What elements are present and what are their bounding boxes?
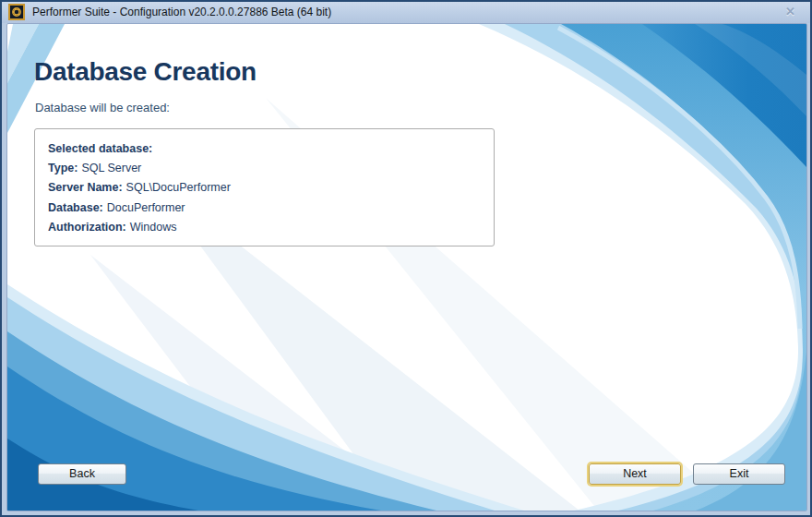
wizard-window: Performer Suite - Configuration v20.2.0.…	[0, 0, 812, 517]
summary-row-server-name: Server Name:SQL\DocuPerformer	[48, 178, 481, 198]
summary-row-authorization: Authorization:Windows	[48, 218, 481, 237]
intro-text: Database will be created:	[35, 101, 170, 114]
page-title: Database Creation	[34, 57, 257, 87]
summary-heading: Selected database:	[48, 139, 481, 159]
field-value: DocuPerformer	[107, 201, 185, 214]
field-value: SQL Server	[81, 162, 141, 174]
app-logo-icon	[8, 4, 25, 20]
exit-button[interactable]: Exit	[693, 463, 785, 485]
title-bar: Performer Suite - Configuration v20.2.0.…	[2, 2, 810, 23]
field-label: Type:	[48, 162, 78, 174]
field-value: SQL\DocuPerformer	[126, 181, 231, 194]
field-label: Authorization:	[48, 221, 126, 234]
field-label: Database:	[48, 201, 103, 214]
close-icon[interactable]: ✕	[782, 2, 799, 23]
wizard-content-area: Database Creation Database will be creat…	[6, 23, 807, 511]
field-value: Windows	[130, 221, 177, 234]
database-summary-box: Selected database: Type:SQL Server Serve…	[34, 128, 495, 246]
summary-row-type: Type:SQL Server	[48, 159, 481, 178]
background-swoosh-graphic	[7, 24, 806, 511]
summary-row-database: Database:DocuPerformer	[48, 198, 481, 218]
window-title: Performer Suite - Configuration v20.2.0.…	[32, 2, 331, 23]
back-button[interactable]: Back	[38, 463, 126, 485]
next-button[interactable]: Next	[589, 463, 681, 485]
field-label: Server Name:	[48, 181, 123, 194]
